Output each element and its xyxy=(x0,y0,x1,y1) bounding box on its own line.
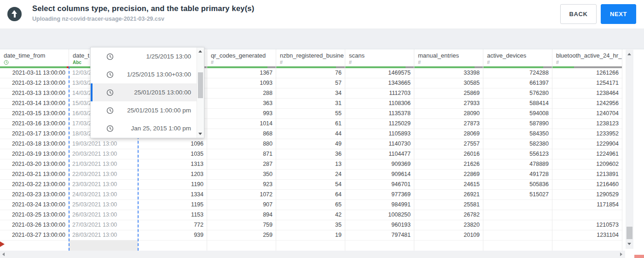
dropdown-scroll-down-icon[interactable] xyxy=(198,133,202,135)
table-cell: 20/03/2021 13:00 xyxy=(69,149,138,159)
table-cell: 61 xyxy=(276,119,345,129)
column-active_devices[interactable]: active_devices#7242886613975762805884145… xyxy=(483,49,552,251)
table-cell: 2021-03-20 13:00:00 xyxy=(0,159,69,170)
dropdown-scrollbar-thumb[interactable] xyxy=(198,72,203,98)
table-cell: 24615 xyxy=(414,180,483,190)
dropdown-scroll-up-icon[interactable] xyxy=(198,50,202,53)
table-cell: 1334 xyxy=(138,190,207,200)
column-scans[interactable]: scans#1469575134366511127031108306113537… xyxy=(345,49,414,251)
table-cell: 909614 xyxy=(345,170,414,180)
table-cell: 1213891 xyxy=(552,170,622,180)
table-cell: 363 xyxy=(207,99,276,109)
table-cell: 30585 xyxy=(414,78,483,88)
column-type-toolbar xyxy=(0,29,644,49)
table-cell: 977369 xyxy=(345,190,414,200)
table-cell: 26921 xyxy=(414,190,483,200)
dropdown-option-label: 25/01/2015 13:00:00 xyxy=(114,89,197,96)
table-cell: 1093 xyxy=(207,78,276,88)
page-title: Select columns type, precision, and the … xyxy=(32,4,254,13)
table-cell: 909369 xyxy=(345,159,414,170)
table-cell: 27557 xyxy=(414,139,483,149)
column-header-label: qr_codes_generated xyxy=(207,49,276,60)
dropdown-option[interactable]: 1/25/2015 13:00+03:00 xyxy=(91,65,197,83)
table-cell: 34 xyxy=(276,88,345,99)
back-button[interactable]: BACK xyxy=(560,4,597,24)
table-cell: 35 xyxy=(276,220,345,230)
dropdown-option-label: 25/01/2015 1:00:00 pm xyxy=(114,107,197,114)
column-header-label: manual_entries xyxy=(414,49,483,60)
table-cell: 287 xyxy=(207,159,276,170)
table-cell: 1254171 xyxy=(552,78,622,88)
table-cell: 26016 xyxy=(414,149,483,159)
table-cell: 1014 xyxy=(207,119,276,129)
number-type-indicator: # xyxy=(414,60,483,66)
table-cell: 491728 xyxy=(483,170,552,180)
table-cell: 57 xyxy=(276,78,345,88)
table-cell: 1140730 xyxy=(345,139,414,149)
table-cell: 894 xyxy=(207,210,276,220)
table-cell: 868 xyxy=(207,129,276,139)
table-cell: 36 xyxy=(276,149,345,159)
table-cell: 576280 xyxy=(483,88,552,99)
column-header-label: scans xyxy=(345,49,414,60)
clock-icon xyxy=(106,89,114,96)
table-cell: 2021-03-25 13:00:00 xyxy=(0,210,69,220)
scroll-up-arrow-icon[interactable] xyxy=(627,53,631,55)
dropdown-option[interactable]: 1/25/2015 13:00 xyxy=(91,47,197,65)
table-cell: 33398 xyxy=(414,68,483,78)
table-cell: 2021-03-19 13:00:00 xyxy=(0,149,69,159)
dropdown-option[interactable]: 25/01/2015 1:00:00 pm xyxy=(91,101,197,119)
column-manual_entries[interactable]: manual_entries#3339830585258692793328090… xyxy=(414,49,483,251)
table-cell: 923 xyxy=(207,180,276,190)
clock-icon xyxy=(106,71,114,78)
dropdown-option[interactable]: 25/01/2015 13:00:00 xyxy=(91,83,197,101)
vertical-scrollbar[interactable] xyxy=(626,50,633,249)
empty-cell xyxy=(0,240,69,251)
table-cell: 26782 xyxy=(414,210,483,220)
table-cell: 1224961 xyxy=(552,149,622,159)
table-cell: 21/03/2021 13:00 xyxy=(69,159,138,170)
table-cell: 27933 xyxy=(414,99,483,109)
table-cell: 907 xyxy=(207,200,276,210)
table-cell: 871 xyxy=(207,149,276,159)
table-cell: 2021-03-26 13:00:00 xyxy=(0,220,69,230)
table-cell: 28090 xyxy=(414,109,483,119)
table-cell: 31 xyxy=(276,99,345,109)
table-cell: 1290529 xyxy=(552,190,622,200)
table-cell: 13 xyxy=(276,159,345,170)
table-cell xyxy=(483,210,552,220)
table-cell: 661397 xyxy=(483,78,552,88)
table-cell: 350 xyxy=(207,170,276,180)
table-cell: 28/03/2021 13:00 xyxy=(69,230,138,240)
table-cell: 1242956 xyxy=(552,99,622,109)
table-cell: 2021-03-27 13:00:00 xyxy=(0,230,69,240)
table-cell: 2021-03-23 13:00:00 xyxy=(0,190,69,200)
column-qr_codes_generated[interactable]: qr_codes_generated#136710932883639931014… xyxy=(207,49,276,251)
table-cell: 65 xyxy=(276,200,345,210)
scroll-left-arrow-icon[interactable] xyxy=(2,252,5,256)
vertical-scrollbar-thumb[interactable] xyxy=(627,227,632,239)
next-button[interactable]: NEXT xyxy=(601,4,636,24)
table-cell: 2021-03-24 13:00:00 xyxy=(0,200,69,210)
horizontal-scrollbar[interactable] xyxy=(0,251,625,258)
table-cell: 19 xyxy=(276,230,345,240)
table-cell: 1203 xyxy=(138,170,207,180)
clock-icon xyxy=(106,53,114,60)
table-cell: 1210573 xyxy=(552,220,622,230)
table-cell: 1104477 xyxy=(345,149,414,159)
column-bluetooth_active_24_hr_[interactable]: bluetooth_active_24_hr_#1261266125417112… xyxy=(552,49,622,251)
column-nzbn_registered_busine[interactable]: nzbn_registered_busine#76573431556144493… xyxy=(276,49,345,251)
number-type-indicator: # xyxy=(552,60,622,66)
table-cell: 25581 xyxy=(414,200,483,210)
dropdown-option[interactable]: Jan 25, 2015 1:00 pm xyxy=(91,119,197,137)
table-cell: 2021-03-15 13:00:00 xyxy=(0,109,69,119)
scroll-down-arrow-icon[interactable] xyxy=(627,243,631,245)
scroll-right-arrow-icon[interactable] xyxy=(620,252,622,256)
column-date_time_from[interactable]: date_time_from2021-03-11 13:00:002021-03… xyxy=(0,49,69,251)
table-cell: 1171854 xyxy=(552,200,622,210)
upload-status-text: Uploading nz-covid-tracer-usage-2021-03-… xyxy=(32,16,164,22)
empty-cell xyxy=(207,240,276,251)
dropdown-scrollbar[interactable] xyxy=(197,47,204,138)
table-cell: 22/03/2021 13:00 xyxy=(69,170,138,180)
table-cell: 23/03/2021 13:00 xyxy=(69,180,138,190)
